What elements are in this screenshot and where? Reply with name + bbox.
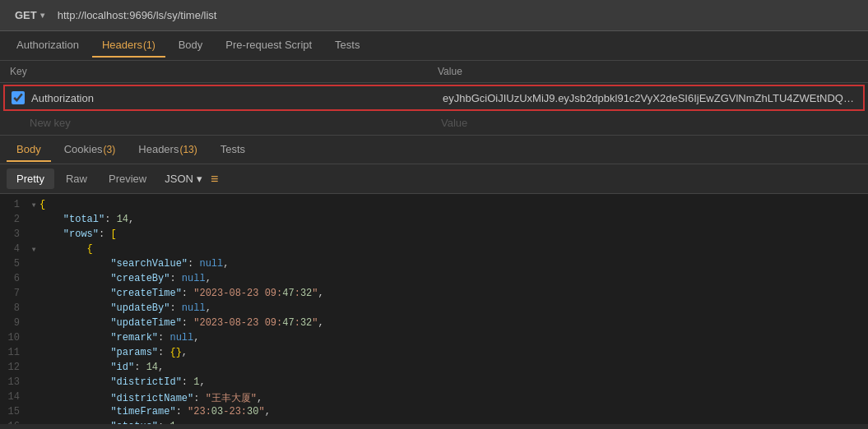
- tab-headers[interactable]: Headers(1): [92, 34, 165, 58]
- line-fold: [28, 288, 39, 302]
- line-fold: [28, 421, 39, 424]
- tab-body-req[interactable]: Body: [169, 34, 213, 58]
- code-line: 7 "createTime": "2023-08-23 09:47:32",: [0, 288, 868, 302]
- header-key-authorization: Authorization: [31, 92, 443, 104]
- line-fold: [28, 376, 39, 391]
- line-content: "districtId": 1,: [39, 376, 206, 391]
- line-number: 12: [3, 362, 28, 376]
- line-number: 14: [3, 391, 28, 406]
- code-line: 8 "updateBy": null,: [0, 302, 868, 317]
- new-key-placeholder[interactable]: New key: [30, 117, 441, 129]
- line-content: "total": 14,: [39, 214, 134, 228]
- header-checkbox-authorization[interactable]: [12, 91, 25, 104]
- line-content: "remark": null,: [39, 332, 199, 347]
- code-line: 9 "updateTime": "2023-08-23 09:47:32",: [0, 317, 868, 332]
- line-fold: [28, 332, 39, 347]
- tab-body-resp[interactable]: Body: [7, 138, 51, 162]
- body-toolbar: Pretty Raw Preview JSON ▾ ≡: [0, 164, 868, 194]
- tab-tests-req[interactable]: Tests: [325, 34, 369, 58]
- line-number: 11: [3, 347, 28, 362]
- method-dropdown[interactable]: GET ▾: [8, 6, 51, 25]
- line-number: 7: [3, 288, 28, 302]
- header-row-authorization: Authorization eyJhbGciOiJIUzUxMiJ9.eyJsb…: [3, 85, 865, 111]
- tab-authorization[interactable]: Authorization: [7, 34, 89, 58]
- method-label: GET: [15, 9, 37, 21]
- line-fold: [28, 228, 39, 243]
- format-raw[interactable]: Raw: [56, 168, 97, 189]
- line-number: 3: [3, 228, 28, 243]
- line-fold: [28, 347, 39, 362]
- line-content: "rows": [: [39, 228, 117, 243]
- line-number: 6: [3, 273, 28, 288]
- code-line: 16 "status": 1: [0, 421, 868, 424]
- code-line: 3 "rows": [: [0, 228, 868, 243]
- code-line: 14 "districtName": "王丰大厦",: [0, 391, 868, 406]
- line-content: "districtName": "王丰大厦",: [39, 391, 262, 406]
- line-number: 4: [3, 243, 28, 258]
- code-line: 10 "remark": null,: [0, 332, 868, 347]
- code-line: 13 "districtId": 1,: [0, 376, 868, 391]
- new-val-placeholder[interactable]: Value: [441, 117, 467, 129]
- code-line: 1▾{: [0, 199, 868, 214]
- line-fold: [28, 258, 39, 273]
- line-fold[interactable]: ▾: [28, 199, 39, 214]
- line-number: 16: [3, 421, 28, 424]
- url-input[interactable]: [58, 9, 860, 21]
- format-preview[interactable]: Preview: [99, 168, 156, 189]
- tab-prerequest[interactable]: Pre-request Script: [216, 34, 322, 58]
- line-fold: [28, 273, 39, 288]
- tab-cookies[interactable]: Cookies(3): [54, 138, 126, 162]
- url-bar: GET ▾: [0, 0, 868, 31]
- line-fold[interactable]: ▾: [28, 243, 39, 258]
- line-fold: [28, 406, 39, 421]
- line-content: "timeFrame": "23:03-23:30",: [39, 406, 271, 421]
- line-fold: [28, 362, 39, 376]
- line-number: 13: [3, 376, 28, 391]
- line-content: "id": 14,: [39, 362, 164, 376]
- line-content: "status": 1: [39, 421, 176, 424]
- code-line: 2 "total": 14,: [0, 214, 868, 228]
- method-chevron: ▾: [40, 11, 44, 20]
- code-line: 4▾ {: [0, 243, 868, 258]
- col-key-label: Key: [10, 66, 438, 77]
- line-number: 15: [3, 406, 28, 421]
- line-content: {: [39, 199, 45, 214]
- code-line: 15 "timeFrame": "23:03-23:30",: [0, 406, 868, 421]
- line-number: 5: [3, 258, 28, 273]
- code-area[interactable]: 1▾{2 "total": 14,3 "rows": [4▾ {5 "searc…: [0, 194, 868, 424]
- line-content: "searchValue": null,: [39, 258, 229, 273]
- line-fold: [28, 302, 39, 317]
- line-fold: [28, 214, 39, 228]
- line-content: "createTime": "2023-08-23 09:47:32",: [39, 288, 324, 302]
- line-content: {: [39, 243, 93, 258]
- tab-headers-resp[interactable]: Headers(13): [128, 138, 207, 162]
- line-number: 8: [3, 302, 28, 317]
- request-tabs: Authorization Headers(1) Body Pre-reques…: [0, 31, 868, 61]
- format-pretty[interactable]: Pretty: [7, 168, 54, 189]
- line-fold: [28, 391, 39, 406]
- headers-section: Key Value Authorization eyJhbGciOiJIUzUx…: [0, 61, 868, 133]
- line-fold: [28, 317, 39, 332]
- line-content: "params": {},: [39, 347, 188, 362]
- header-value-authorization: eyJhbGciOiJIUzUxMiJ9.eyJsb2dpbkl91c2VyX2…: [443, 92, 854, 104]
- line-number: 10: [3, 332, 28, 347]
- code-line: 6 "createBy": null,: [0, 273, 868, 288]
- code-line: 12 "id": 14,: [0, 362, 868, 376]
- response-tabs: Body Cookies(3) Headers(13) Tests: [0, 135, 868, 164]
- col-value-label: Value: [438, 66, 462, 77]
- language-select[interactable]: JSON ▾: [165, 173, 202, 185]
- new-key-row: New key Value: [3, 113, 865, 133]
- code-line: 11 "params": {},: [0, 347, 868, 362]
- tab-tests-resp[interactable]: Tests: [211, 138, 255, 162]
- line-content: "createBy": null,: [39, 273, 211, 288]
- line-number: 2: [3, 214, 28, 228]
- code-line: 5 "searchValue": null,: [0, 258, 868, 273]
- line-content: "updateBy": null,: [39, 302, 211, 317]
- line-content: "updateTime": "2023-08-23 09:47:32",: [39, 317, 324, 332]
- wrap-icon[interactable]: ≡: [211, 172, 218, 187]
- line-number: 9: [3, 317, 28, 332]
- headers-table-header: Key Value: [0, 61, 868, 83]
- line-number: 1: [3, 199, 28, 214]
